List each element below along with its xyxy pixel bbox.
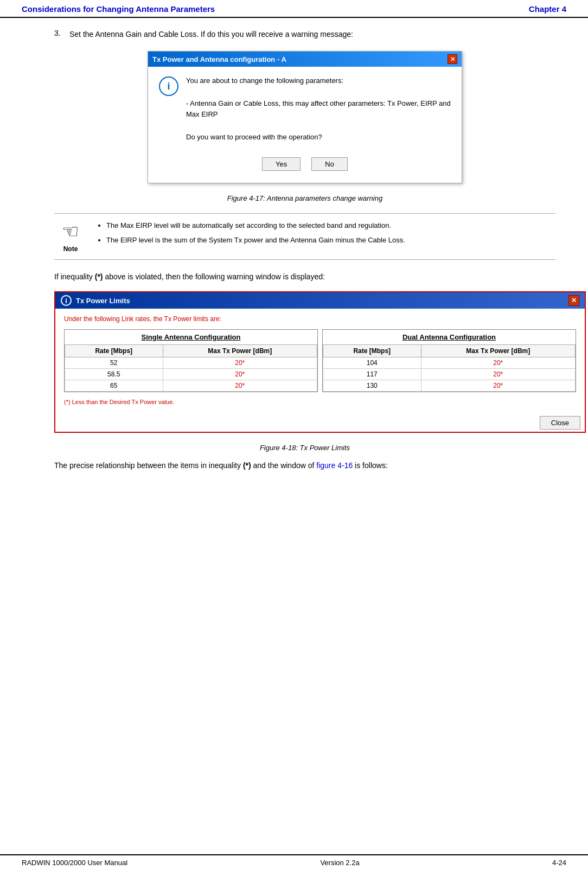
final-paragraph: The precise relationship between the ite… (54, 459, 555, 471)
dialog1-message: You are about to change the following pa… (186, 75, 451, 143)
rate-cell: 130 (323, 380, 421, 392)
rate-cell: 65 (65, 380, 163, 392)
note-content: The Max EIRP level will be automatically… (95, 220, 405, 253)
footer-right: 4-24 (552, 859, 566, 867)
txpower-close-x-button[interactable]: ✕ (568, 295, 579, 306)
table-row: 6520* (65, 380, 317, 392)
para1-bold: (*) (95, 272, 103, 281)
dialog1-close-button[interactable]: ✕ (448, 54, 457, 64)
txpower-footnote: (*) Less than the Desired Tx Power value… (64, 399, 576, 405)
power-cell: 20* (163, 380, 317, 392)
dual-antenna-table: Rate [Mbps] Max Tx Power [dBm] 10420*117… (323, 344, 576, 392)
table-row: 10420* (323, 357, 576, 369)
step-3-item: 3. Set the Antenna Gain and Cable Loss. … (54, 29, 555, 40)
single-antenna-header: Single Antenna Configuration (65, 330, 317, 344)
para2-bold: (*) (243, 461, 251, 470)
single-col2-header: Max Tx Power [dBm] (163, 345, 317, 357)
power-cell: 20* (163, 369, 317, 380)
figure-4-18-caption: Figure 4-18: Tx Power Limits (54, 444, 555, 452)
footer-center: Version 2.2a (320, 859, 359, 867)
table-row: 58.520* (65, 369, 317, 380)
txpower-limits-dialog: i Tx Power Limits ✕ Under the following … (54, 291, 586, 433)
figure-4-17-caption: Figure 4-17: Antenna parameters change w… (54, 194, 555, 202)
power-cell: 20* (421, 357, 576, 369)
note-bullet-1: The Max EIRP level will be automatically… (106, 220, 405, 232)
table-row: 13020* (323, 380, 576, 392)
header-left-title: Considerations for Changing Antenna Para… (22, 4, 215, 14)
note-hand-icon: ☞ (62, 220, 79, 243)
dialog1-no-button[interactable]: No (311, 157, 348, 171)
power-cell: 20* (421, 369, 576, 380)
dual-col2-header: Max Tx Power [dBm] (421, 345, 576, 357)
footer-left: RADWIN 1000/2000 User Manual (22, 859, 127, 867)
rate-cell: 117 (323, 369, 421, 380)
txpower-close-button[interactable]: Close (540, 416, 580, 430)
para2-text-after: is follows: (353, 461, 388, 470)
dialog1-yes-button[interactable]: Yes (262, 157, 301, 171)
para2-text-middle: and the window of (251, 461, 317, 470)
single-col1-header: Rate [Mbps] (65, 345, 163, 357)
dual-antenna-section: Dual Antenna Configuration Rate [Mbps] M… (322, 329, 576, 392)
antenna-config-dialog: Tx Power and Antenna configuration - A ✕… (148, 51, 462, 183)
para1-text-before: If inequality (54, 272, 95, 281)
para2-text-before: The precise relationship between the ite… (54, 461, 243, 470)
step-text: Set the Antenna Gain and Cable Loss. If … (69, 29, 353, 40)
single-antenna-table: Rate [Mbps] Max Tx Power [dBm] 5220*58.5… (65, 344, 317, 392)
header-right-chapter: Chapter 4 (529, 4, 566, 14)
dialog1-message-line2: - Antenna Gain or Cable Loss, this may a… (186, 98, 451, 121)
dialog1-info-icon: i (159, 76, 178, 96)
dual-antenna-header: Dual Antenna Configuration (323, 330, 576, 344)
inequality-paragraph: If inequality (*) above is violated, the… (54, 271, 555, 283)
para1-text-after: above is violated, then the following wa… (103, 272, 325, 281)
txpower-info-icon: i (61, 295, 72, 306)
txpower-title: Tx Power Limits (76, 297, 130, 305)
note-box: ☞ Note The Max EIRP level will be automa… (54, 213, 555, 260)
table-row: 11720* (323, 369, 576, 380)
note-bullet-2: The EIRP level is the sum of the System … (106, 235, 405, 246)
rate-cell: 52 (65, 357, 163, 369)
power-cell: 20* (163, 357, 317, 369)
dialog1-message-line3: Do you want to proceed with the operatio… (186, 132, 451, 143)
step-number: 3. (54, 29, 65, 40)
table-row: 5220* (65, 357, 317, 369)
note-label: Note (63, 245, 78, 253)
dialog1-message-line1: You are about to change the following pa… (186, 75, 451, 87)
figure-4-16-link[interactable]: figure 4-16 (316, 461, 353, 470)
power-cell: 20* (421, 380, 576, 392)
rate-cell: 58.5 (65, 369, 163, 380)
dialog1-title: Tx Power and Antenna configuration - A (152, 55, 286, 63)
rate-cell: 104 (323, 357, 421, 369)
single-antenna-section: Single Antenna Configuration Rate [Mbps]… (64, 329, 318, 392)
dual-col1-header: Rate [Mbps] (323, 345, 421, 357)
txpower-subtitle: Under the following Link rates, the Tx P… (64, 315, 576, 323)
